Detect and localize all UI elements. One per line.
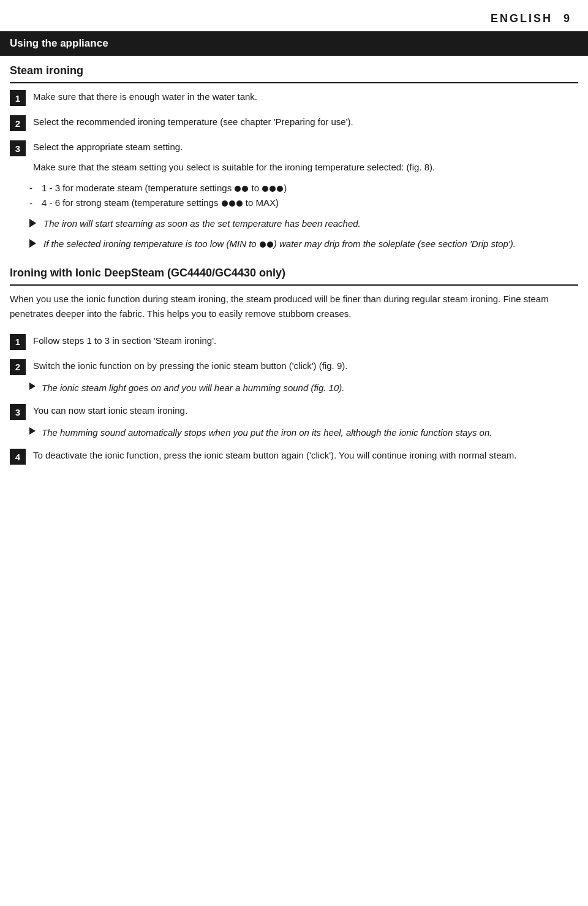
section2-heading-container: Ironing with Ionic DeepSteam (GC4440/GC4… — [10, 267, 578, 286]
bullet-1-text: The iron will start steaming as soon as … — [43, 216, 578, 230]
dash-list: 1 - 3 for moderate steam (temperature se… — [0, 178, 588, 213]
step-3-text: Select the appropriate steam setting. — [33, 140, 578, 154]
section-bar: Using the appliance — [0, 31, 588, 56]
section2-bullet-1-text: The ionic steam light goes on and you wi… — [42, 381, 578, 395]
section2-step-2-text: Switch the ionic function on by pressing… — [33, 359, 578, 373]
dot — [236, 200, 243, 207]
bullet-2-text: If the selected ironing temperature is t… — [43, 237, 578, 251]
section2-step-1-number: 1 — [10, 334, 26, 350]
step-3: 3 Select the appropriate steam setting. — [0, 134, 588, 159]
step-1-text: Make sure that there is enough water in … — [33, 89, 578, 104]
section2-step-3: 3 You can now start ionic steam ironing. — [0, 397, 588, 422]
step-1-number: 1 — [10, 90, 26, 106]
section2-step-3-text: You can now start ionic steam ironing. — [33, 403, 578, 417]
section2-bullet-2-text: The humming sound automatically stops wh… — [42, 425, 578, 440]
section2-step-1-text: Follow steps 1 to 3 in section 'Steam ir… — [33, 333, 578, 348]
dot — [267, 242, 273, 248]
step-3-number: 3 — [10, 140, 26, 156]
small-triangle-icon-2 — [29, 427, 36, 435]
subsection-heading: Steam ironing — [0, 56, 588, 77]
bullet-item-2: If the selected ironing temperature is t… — [0, 234, 588, 253]
page: ENGLISH 9 Using the appliance Steam iron… — [0, 0, 588, 906]
dot — [222, 200, 228, 207]
small-triangle-icon-1 — [29, 383, 36, 390]
subsection-label: Steam ironing — [10, 64, 83, 77]
dot — [242, 186, 248, 192]
step-2-text: Select the recommended ironing temperatu… — [33, 115, 578, 129]
section2-step-4-number: 4 — [10, 449, 26, 465]
dot — [277, 186, 283, 192]
dash-item-1: 1 - 3 for moderate steam (temperature se… — [29, 181, 578, 196]
section-bar-label: Using the appliance — [10, 37, 108, 49]
section2-step-2: 2 Switch the ionic function on by pressi… — [0, 352, 588, 378]
language-label: ENGLISH — [491, 12, 552, 25]
section2-step-1: 1 Follow steps 1 to 3 in section 'Steam … — [0, 327, 588, 352]
section2-step-2-number: 2 — [10, 359, 26, 375]
section2-step-4-text: To deactivate the ionic function, press … — [33, 448, 578, 462]
page-header: ENGLISH 9 — [0, 12, 588, 31]
dash-item-2: 4 - 6 for strong steam (temperature sett… — [29, 196, 578, 210]
dot — [262, 186, 268, 192]
section2-intro: When you use the ionic function during s… — [0, 286, 588, 327]
section2-bullet-2: The humming sound automatically stops wh… — [0, 422, 588, 442]
bullet-triangle-icon-2 — [29, 239, 36, 248]
page-number: 9 — [564, 12, 570, 25]
step-2-number: 2 — [10, 115, 26, 131]
dot — [229, 200, 235, 207]
step-3-extra: Make sure that the steam setting you sel… — [0, 159, 588, 178]
section2-bullet-1: The ionic steam light goes on and you wi… — [0, 378, 588, 397]
bullet-item-1: The iron will start steaming as soon as … — [0, 213, 588, 233]
section2-step-4: 4 To deactivate the ionic function, pres… — [0, 442, 588, 467]
section2-step-3-number: 3 — [10, 404, 26, 420]
step-1: 1 Make sure that there is enough water i… — [0, 83, 588, 108]
bullet-triangle-icon — [29, 219, 36, 227]
dot — [270, 186, 276, 192]
section2-heading: Ironing with Ionic DeepSteam (GC4440/GC4… — [10, 267, 285, 279]
dot — [235, 186, 241, 192]
step-2: 2 Select the recommended ironing tempera… — [0, 108, 588, 134]
dot — [260, 242, 266, 248]
